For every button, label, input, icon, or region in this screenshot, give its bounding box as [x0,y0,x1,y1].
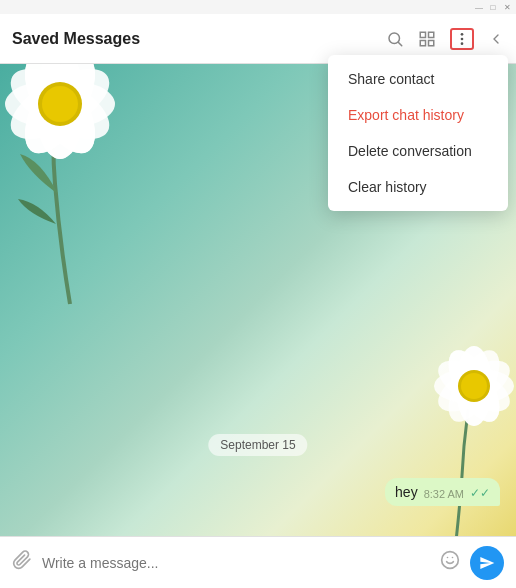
message-text: hey [395,484,418,500]
svg-line-1 [398,42,401,45]
search-icon[interactable] [386,30,404,48]
emoji-icon[interactable] [440,550,460,575]
svg-point-30 [442,552,459,569]
svg-point-8 [461,42,464,45]
attachment-icon[interactable] [12,550,32,575]
svg-rect-5 [429,40,434,45]
message-time: 8:32 AM [424,488,464,500]
svg-point-19 [42,86,78,122]
back-icon[interactable] [488,31,504,47]
send-button[interactable] [470,546,504,580]
svg-point-6 [461,33,464,36]
flower-left-decoration [0,64,210,324]
menu-item-share-contact[interactable]: Share contact [328,61,508,97]
svg-point-0 [389,33,400,44]
svg-point-7 [461,37,464,40]
layout-icon[interactable] [418,30,436,48]
svg-point-29 [461,373,487,399]
date-badge: September 15 [208,434,307,456]
message-read-tick: ✓✓ [470,486,490,500]
chat-title: Saved Messages [12,30,386,48]
menu-item-delete-conversation[interactable]: Delete conversation [328,133,508,169]
maximize-button[interactable]: □ [488,2,498,12]
message-bubble: hey 8:32 AM ✓✓ [385,478,500,506]
message-input[interactable] [42,555,430,571]
title-bar: — □ ✕ [0,0,516,14]
minimize-button[interactable]: — [474,2,484,12]
context-menu: Share contact Export chat history Delete… [328,55,508,211]
more-options-icon[interactable] [450,28,474,50]
svg-rect-3 [429,32,434,37]
svg-rect-4 [420,40,425,45]
svg-rect-2 [420,32,425,37]
window-controls: — □ ✕ [474,2,512,12]
menu-item-clear-history[interactable]: Clear history [328,169,508,205]
menu-item-export-chat[interactable]: Export chat history [328,97,508,133]
close-button[interactable]: ✕ [502,2,512,12]
header-icons [386,28,504,50]
flower-right-decoration [356,346,516,536]
input-bar [0,536,516,588]
